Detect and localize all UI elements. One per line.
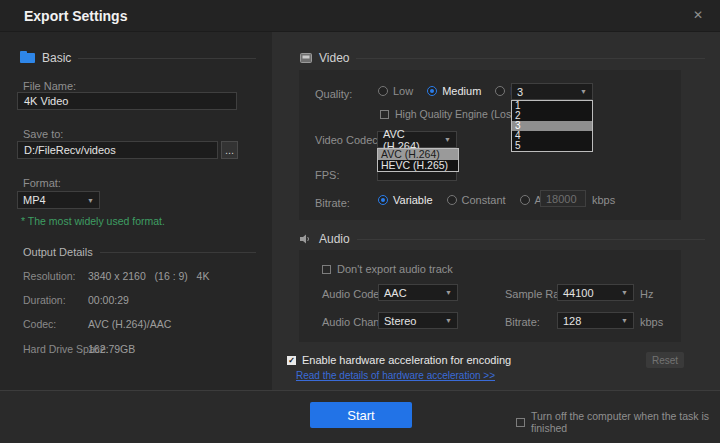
quality-level-value: 3: [517, 86, 523, 98]
output-details-header: Output Details: [23, 246, 256, 258]
chevron-down-icon: ▼: [621, 317, 628, 324]
audio-codec-value: AAC: [384, 287, 407, 299]
dropdown-option-hevc[interactable]: HEVC (H.265): [378, 160, 458, 171]
codec-label: Codec:: [23, 318, 56, 330]
reset-button[interactable]: Reset: [646, 352, 684, 368]
hw-accel-link[interactable]: Read the details of hardware acceleratio…: [296, 370, 495, 381]
folder-icon: [20, 53, 35, 63]
radio-label: Constant: [462, 194, 506, 206]
chevron-down-icon: ▼: [445, 289, 452, 296]
dropdown-option-1[interactable]: 1: [512, 101, 592, 111]
dropdown-option-5[interactable]: 5: [512, 141, 592, 151]
title-bar: Export Settings ✕: [0, 0, 720, 32]
radio-icon: [447, 195, 457, 205]
radio-bitrate-variable[interactable]: Variable: [378, 194, 433, 206]
dont-export-audio-checkbox-row[interactable]: Don't export audio track: [322, 263, 453, 275]
format-value: MP4: [23, 194, 46, 206]
dialog-title: Export Settings: [24, 8, 127, 24]
dropdown-option-avc-selected[interactable]: AVC (H.264): [378, 149, 458, 160]
duration-label: Duration:: [23, 294, 66, 306]
quality-label: Quality:: [315, 88, 352, 100]
turn-off-checkbox-row[interactable]: Turn off the computer when the task is f…: [516, 410, 720, 434]
chevron-down-icon: ▼: [580, 88, 587, 95]
checkbox-icon: [380, 110, 389, 119]
radio-icon: [495, 86, 505, 96]
divider: [356, 58, 705, 59]
save-to-label: Save to:: [23, 128, 63, 140]
format-note: * The most widely used format.: [21, 215, 165, 227]
audio-bitrate-value: 128: [563, 315, 581, 327]
resolution-value: 3840 x 2160 (16 : 9) 4K: [88, 270, 209, 282]
audio-bitrate-label: Bitrate:: [505, 316, 540, 328]
radio-label: Medium: [442, 85, 481, 97]
quality-level-dropdown-list: 1 2 3 4 5: [511, 100, 593, 152]
video-section-label: Video: [319, 51, 349, 65]
chevron-down-icon: ▼: [444, 136, 451, 143]
check-icon: ✓: [287, 356, 296, 365]
dropdown-option-4[interactable]: 4: [512, 131, 592, 141]
duration-value: 00:00:29: [88, 294, 129, 306]
audio-section-header: Audio: [300, 232, 705, 246]
radio-icon: [520, 195, 530, 205]
output-details-label: Output Details: [23, 246, 93, 258]
bitrate-label: Bitrate:: [315, 197, 350, 209]
save-to-input[interactable]: D:/FileRecv/videos: [17, 141, 218, 159]
radio-bitrate-constant[interactable]: Constant: [447, 194, 506, 206]
radio-quality-low[interactable]: Low: [378, 85, 413, 97]
checkbox-icon: [516, 418, 525, 427]
radio-label: Variable: [393, 194, 433, 206]
format-label: Format:: [23, 177, 61, 189]
radio-icon: [427, 86, 437, 96]
video-codec-select[interactable]: AVC (H.264) ▼: [377, 131, 457, 148]
audio-icon: [300, 234, 312, 244]
start-button[interactable]: Start: [310, 402, 412, 428]
basic-section-header: Basic: [20, 51, 256, 65]
video-icon: [300, 53, 312, 63]
audio-channel-value: Stereo: [384, 315, 416, 327]
divider: [100, 252, 256, 253]
chevron-down-icon: ▼: [87, 197, 94, 204]
bitrate-unit: kbps: [592, 194, 615, 206]
file-name-input[interactable]: 4K Video: [17, 92, 237, 110]
sample-rate-select[interactable]: 44100 ▼: [557, 284, 634, 301]
audio-section-label: Audio: [319, 232, 350, 246]
dropdown-option-3-selected[interactable]: 3: [512, 121, 592, 131]
hard-drive-space-value: 162.79GB: [88, 343, 135, 355]
checkbox-icon: [322, 265, 331, 274]
radio-icon: [378, 86, 388, 96]
sample-rate-value: 44100: [563, 287, 594, 299]
radio-label: Low: [393, 85, 413, 97]
audio-codec-select[interactable]: AAC ▼: [378, 284, 458, 301]
quality-level-select[interactable]: 3 ▼: [511, 83, 593, 100]
hw-accel-label: Enable hardware acceleration for encodin…: [302, 354, 511, 366]
video-section-header: Video: [300, 51, 705, 65]
bitrate-input[interactable]: 18000: [540, 190, 586, 207]
turn-off-label: Turn off the computer when the task is f…: [531, 410, 720, 434]
audio-channel-select[interactable]: Stereo ▼: [378, 312, 458, 329]
basic-section-label: Basic: [42, 51, 71, 65]
close-icon[interactable]: ✕: [690, 8, 706, 22]
format-select[interactable]: MP4 ▼: [17, 191, 100, 209]
dropdown-option-2[interactable]: 2: [512, 111, 592, 121]
quality-radio-group: Low Medium High: [378, 85, 533, 97]
codec-value: AVC (H.264)/AAC: [88, 318, 171, 330]
video-codec-dropdown-list: AVC (H.264) HEVC (H.265): [377, 148, 459, 172]
export-settings-dialog: Export Settings ✕ Basic File Name: 4K Vi…: [0, 0, 720, 443]
dont-export-audio-label: Don't export audio track: [337, 263, 453, 275]
divider: [78, 58, 256, 59]
browse-button[interactable]: ...: [221, 141, 238, 159]
radio-quality-medium[interactable]: Medium: [427, 85, 481, 97]
chevron-down-icon: ▼: [445, 317, 452, 324]
video-codec-label: Video Codec:: [315, 134, 381, 146]
resolution-label: Resolution:: [23, 270, 76, 282]
audio-bitrate-unit: kbps: [640, 316, 663, 328]
fps-label: FPS:: [315, 169, 339, 181]
audio-bitrate-select[interactable]: 128 ▼: [557, 312, 634, 329]
hw-accel-checkbox-row[interactable]: ✓ Enable hardware acceleration for encod…: [287, 354, 511, 366]
chevron-down-icon: ▼: [621, 289, 628, 296]
divider: [357, 239, 705, 240]
sample-rate-unit: Hz: [640, 288, 653, 300]
radio-icon: [378, 195, 388, 205]
file-name-label: File Name:: [23, 80, 76, 92]
